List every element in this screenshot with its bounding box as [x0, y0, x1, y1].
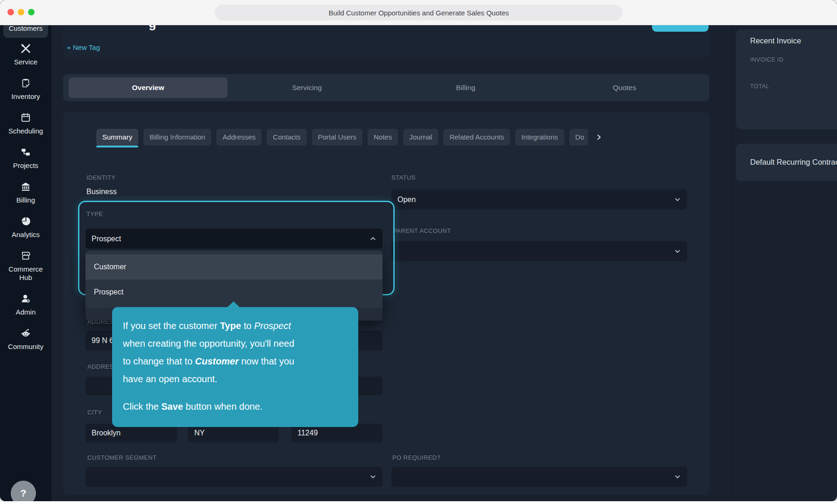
sidebar-item-label: Analytics	[12, 231, 40, 239]
customer-segment-select[interactable]	[85, 467, 383, 487]
subtab-journal[interactable]: Journal	[403, 129, 438, 146]
sidebar-item-billing[interactable]: Billing	[0, 182, 51, 204]
traffic-lights	[7, 9, 35, 15]
recent-invoice-title: Recent Invoice	[750, 36, 801, 45]
app-content: Customers ServiceInventorySchedulingProj…	[0, 25, 837, 501]
subtab-do[interactable]: Do	[569, 129, 588, 146]
sidebar-item-service[interactable]: Service	[0, 43, 51, 66]
sidebar-item-label: Projects	[13, 161, 38, 170]
app-window: Customers ServiceInventorySchedulingProj…	[0, 0, 837, 501]
sidebar-item-admin[interactable]: Admin	[0, 294, 51, 316]
parent-account-label: PARENT ACCOUNT	[393, 227, 451, 234]
main-tab-bar: OverviewServicingBillingQuotes	[63, 74, 709, 101]
subtab-addresses[interactable]: Addresses	[216, 129, 262, 146]
subtab-notes[interactable]: Notes	[368, 129, 398, 146]
question-mark-icon: ?	[21, 488, 27, 499]
bank-icon	[21, 182, 31, 194]
customer-segment-label: CUSTOMER SEGMENT	[87, 454, 156, 461]
clipboard-check-icon	[21, 78, 31, 90]
invoice-id-label: INVOICE ID	[750, 56, 783, 63]
status-select-value: Open	[397, 196, 674, 204]
subtab-billing-information[interactable]: Billing Information	[143, 129, 211, 146]
new-tag-link[interactable]: + New Tag	[67, 43, 100, 51]
recent-invoice-card: Recent Invoice INVOICE ID TOTAL	[736, 29, 837, 129]
sidebar-item-label: Admin	[16, 308, 36, 316]
chevron-down-icon	[369, 473, 376, 480]
sidebar-item-commerce-hub[interactable]: Commerce Hub	[0, 251, 51, 282]
sidebar-item-label: Inventory	[11, 92, 40, 101]
pie-chart-icon	[21, 216, 31, 228]
type-label: TYPE	[86, 210, 103, 217]
subtab-contacts[interactable]: Contacts	[267, 129, 306, 146]
chevron-down-icon	[674, 473, 681, 480]
tooltip-text: If you set the customer Type to Prospect…	[123, 317, 348, 415]
user-badge-icon	[21, 294, 31, 306]
subtab-summary[interactable]: Summary	[96, 129, 138, 146]
storefront-icon	[21, 251, 31, 263]
sidebar-item-projects[interactable]: Projects	[0, 147, 51, 170]
sidebar-item-label: Service	[14, 58, 37, 66]
tooltip-arrow-up	[227, 301, 240, 308]
tab-overview[interactable]: Overview	[69, 77, 227, 98]
sidebar-item-label: Customers	[9, 24, 43, 32]
chevron-up-icon	[369, 235, 376, 242]
status-label: STATUS	[391, 174, 416, 181]
default-recurring-contract-title: Default Recurring Contract	[750, 158, 837, 167]
chevron-down-icon	[674, 248, 681, 255]
parent-account-select[interactable]	[391, 241, 687, 261]
tab-quotes[interactable]: Quotes	[545, 77, 704, 98]
type-select-value: Prospect	[92, 235, 369, 243]
sidebar-item-label: Community	[8, 343, 43, 351]
sidebar-item-label: Commerce Hub	[7, 265, 44, 282]
po-required-label: PO REQUIRED?	[392, 454, 440, 461]
identity-value: Business	[86, 188, 117, 196]
type-select[interactable]: Prospect	[85, 229, 383, 249]
titlebar-title: Build Customer Opportunities and Generat…	[215, 5, 623, 21]
sidebar: Customers ServiceInventorySchedulingProj…	[0, 25, 51, 501]
sidebar-item-label: Billing	[16, 196, 35, 204]
help-button[interactable]: ?	[11, 481, 36, 501]
sidebar-item-community[interactable]: Community	[0, 328, 51, 351]
chevron-down-icon	[674, 196, 681, 203]
po-required-select[interactable]	[391, 467, 687, 487]
subtab-related-accounts[interactable]: Related Accounts	[443, 129, 510, 146]
tab-servicing[interactable]: Servicing	[227, 77, 386, 98]
invoice-total-label: TOTAL	[750, 83, 769, 90]
status-select[interactable]: Open	[391, 189, 687, 210]
sidebar-item-label: Scheduling	[8, 127, 43, 135]
org-chart-icon	[21, 147, 31, 159]
subtab-portal-users[interactable]: Portal Users	[312, 129, 363, 146]
identity-label: IDENTITY	[86, 174, 115, 181]
minimize-window-button[interactable]	[18, 9, 24, 15]
sidebar-item-analytics[interactable]: Analytics	[0, 216, 51, 239]
subtab-integrations[interactable]: Integrations	[515, 129, 564, 146]
zoom-window-button[interactable]	[28, 9, 35, 15]
community-icon	[21, 328, 31, 340]
sidebar-item-inventory[interactable]: Inventory	[0, 78, 51, 101]
active-subtab-underline	[96, 146, 138, 147]
tools-icon	[21, 43, 31, 56]
tab-billing[interactable]: Billing	[386, 77, 545, 98]
close-window-button[interactable]	[7, 9, 14, 15]
default-recurring-contract-card: Default Recurring Contract	[736, 144, 837, 181]
tutorial-tooltip: If you set the customer Type to Prospect…	[112, 307, 358, 427]
subtabs-scroll-right-chevron-icon[interactable]	[595, 133, 603, 141]
right-panel-divider	[732, 25, 732, 501]
type-option-customer[interactable]: Customer	[85, 254, 383, 280]
macos-titlebar: Build Customer Opportunities and Generat…	[0, 0, 837, 25]
sidebar-items: ServiceInventorySchedulingProjectsBillin…	[0, 43, 51, 351]
sidebar-item-scheduling[interactable]: Scheduling	[0, 112, 51, 135]
type-option-prospect[interactable]: Prospect	[85, 280, 383, 305]
calendar-icon	[21, 112, 31, 125]
city-label: CITY	[87, 409, 102, 416]
sub-tab-bar: SummaryBilling InformationAddressesConta…	[96, 129, 603, 146]
